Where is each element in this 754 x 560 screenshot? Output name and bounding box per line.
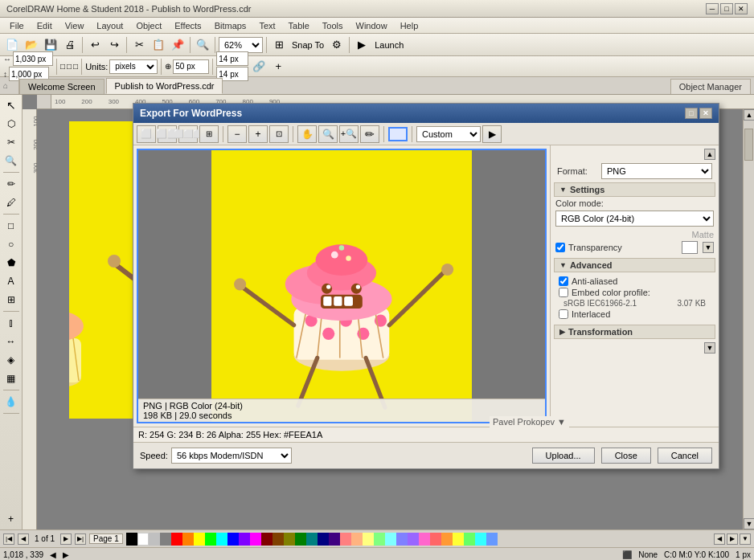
table-tool[interactable]: ⊞ (2, 291, 20, 309)
color-peach[interactable] (351, 533, 363, 546)
polygon-tool[interactable]: ⬟ (2, 254, 20, 272)
artistic-tool[interactable]: 🖊 (2, 194, 20, 211)
menu-bitmaps[interactable]: Bitmaps (208, 19, 253, 32)
color-lavender[interactable] (408, 533, 419, 546)
zoom-preview-out[interactable]: 🔍 (318, 125, 338, 143)
color-yellow[interactable] (194, 533, 205, 546)
menu-edit[interactable]: Edit (31, 19, 59, 32)
palette-menu-button[interactable]: ▼ (740, 533, 751, 545)
pan-btn[interactable]: ✋ (297, 125, 317, 143)
color-silver[interactable] (149, 533, 160, 546)
parallel-tool[interactable]: ⫿ (2, 314, 20, 332)
color-mode-dropdown[interactable]: RGB Color (24-bit) Grayscale (8-bit) (555, 211, 714, 227)
search-icon[interactable]: 🔍 (194, 36, 211, 54)
color-magenta[interactable] (250, 533, 261, 546)
palette-right-button[interactable]: ▶ (727, 533, 738, 545)
fill-tool[interactable]: ◈ (2, 351, 20, 369)
close-dialog-button[interactable]: Close (601, 448, 651, 464)
freehand-tool[interactable]: ✏ (2, 175, 20, 193)
ellipse-tool[interactable]: ○ (2, 235, 20, 253)
zoom-in-btn[interactable]: + (248, 125, 268, 143)
zoom-tool[interactable]: 🔍 (2, 152, 20, 170)
tab-welcome[interactable]: Welcome Screen (19, 79, 104, 94)
color-teal[interactable] (306, 533, 318, 546)
snap-to-icon[interactable]: ⊞ (270, 36, 288, 54)
first-page-button[interactable]: |◀ (3, 533, 14, 545)
color-lightblue[interactable] (396, 533, 408, 546)
redo-icon[interactable]: ↪ (105, 36, 123, 54)
anti-aliased-checkbox[interactable] (559, 276, 568, 286)
scrollbar-vertical[interactable]: ▲ ▼ (743, 109, 754, 529)
cancel-button[interactable]: Cancel (658, 448, 712, 464)
matte-color-swatch[interactable] (682, 241, 698, 254)
interlaced-checkbox[interactable] (559, 309, 568, 319)
color-lightyellow[interactable] (363, 533, 374, 546)
matte-dropdown-btn[interactable]: ▼ (703, 242, 714, 253)
connector-tool[interactable]: ↔ (2, 333, 20, 350)
menu-object[interactable]: Object (129, 19, 168, 32)
color-gray[interactable] (160, 533, 171, 546)
menu-file[interactable]: File (3, 19, 31, 32)
scroll-right-btn[interactable]: ▶ (63, 550, 69, 559)
zoom-preview-in[interactable]: +🔍 (339, 125, 359, 143)
select-tool[interactable]: ↖ (2, 96, 20, 114)
text-tool[interactable]: A (2, 272, 20, 290)
add-icon[interactable]: + (269, 58, 287, 76)
color-brown[interactable] (273, 533, 284, 546)
scroll-down-button[interactable]: ▼ (744, 518, 754, 529)
color-olive[interactable] (284, 533, 295, 546)
view-quad-btn[interactable]: ⊞ (199, 125, 219, 143)
transformation-header[interactable]: ▶ Transformation (554, 325, 715, 339)
interactive-fill[interactable]: ▦ (2, 370, 20, 387)
next-page-button[interactable]: ▶ (60, 533, 72, 545)
menu-view[interactable]: View (59, 19, 91, 32)
dialog-window-controls[interactable]: □ ✕ (685, 108, 712, 119)
color-white[interactable] (137, 533, 149, 546)
crop-tool[interactable]: ✂ (2, 133, 20, 151)
color-aqua[interactable] (475, 533, 486, 546)
view-single-btn[interactable]: ⬜ (137, 125, 156, 143)
maximize-button[interactable]: □ (720, 3, 733, 14)
paste-icon[interactable]: 📌 (169, 36, 186, 54)
panel-scroll-down[interactable]: ▼ (704, 342, 715, 354)
custom-preset-dropdown[interactable]: Custom (416, 126, 481, 142)
scroll-up-button[interactable]: ▲ (744, 109, 754, 121)
color-red[interactable] (171, 533, 182, 546)
units-dropdown[interactable]: pixels inches mm (109, 59, 158, 74)
color-maroon[interactable] (261, 533, 273, 546)
options-icon[interactable]: ⚙ (328, 36, 346, 54)
color-green[interactable] (205, 533, 216, 546)
color-lime[interactable] (464, 533, 475, 546)
minimize-button[interactable]: ─ (706, 3, 719, 14)
color-darkgreen[interactable] (295, 533, 306, 546)
upload-button[interactable]: Upload... (532, 448, 595, 464)
color-orange[interactable] (182, 533, 194, 546)
zoom-dropdown[interactable]: 62% 100% 75% 50% (219, 37, 263, 53)
launch-icon[interactable]: ▶ (353, 36, 371, 54)
color-purple[interactable] (239, 533, 250, 546)
eyedropper-btn[interactable]: ✏ (360, 125, 379, 143)
scroll-left-btn[interactable]: ◀ (50, 550, 56, 559)
w2-input[interactable] (216, 51, 248, 66)
window-controls[interactable]: ─ □ ✕ (706, 3, 748, 14)
color-cornflower[interactable] (486, 533, 498, 546)
color-lightgreen[interactable] (374, 533, 385, 546)
color-black[interactable] (126, 533, 137, 546)
menu-text[interactable]: Text (252, 19, 281, 32)
undo-icon[interactable]: ↩ (86, 36, 104, 54)
dialog-restore-button[interactable]: □ (685, 108, 698, 119)
color-navy[interactable] (318, 533, 329, 546)
last-page-button[interactable]: ▶| (75, 533, 86, 545)
menu-window[interactable]: Window (350, 19, 394, 32)
menu-layout[interactable]: Layout (90, 19, 129, 32)
menu-effects[interactable]: Effects (168, 19, 207, 32)
color-coral[interactable] (430, 533, 441, 546)
lock-icon[interactable]: 🔗 (250, 58, 268, 76)
color-pink[interactable] (340, 533, 351, 546)
speed-dropdown[interactable]: 56 kbps Modem/ISDN 256 kbps 1 Mbps (171, 448, 292, 464)
scroll-thumb[interactable] (744, 129, 753, 161)
preset-options-btn[interactable]: ▶ (482, 125, 502, 143)
close-button[interactable]: ✕ (735, 3, 748, 14)
print-icon[interactable]: 🖨 (61, 36, 79, 54)
shape-tool[interactable]: ⬡ (2, 115, 20, 133)
